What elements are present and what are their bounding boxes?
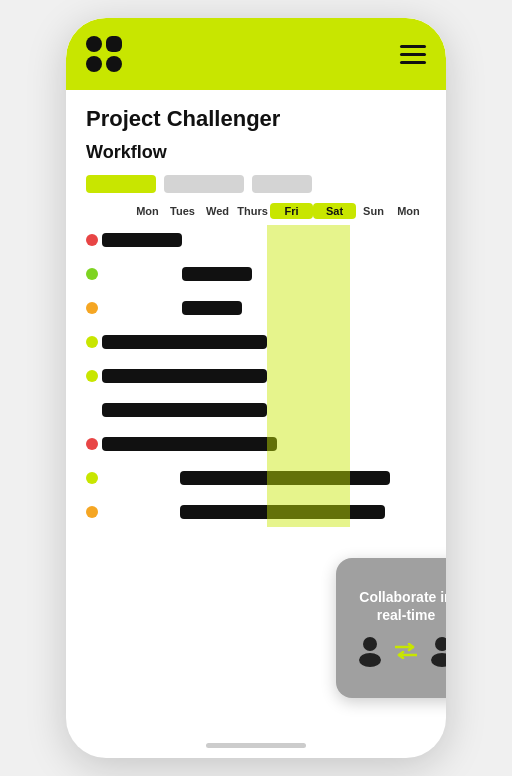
day-sat: Sat: [313, 203, 356, 219]
track-3: [102, 293, 426, 323]
main-content: Project Challenger Workflow Mon Tues Wed…: [66, 90, 446, 527]
gantt-chart: Mon Tues Wed Thurs Fri Sat Sun Mon: [86, 203, 426, 527]
project-title: Project Challenger: [86, 106, 426, 132]
section-title: Workflow: [86, 142, 426, 163]
svg-point-4: [435, 637, 446, 651]
phone-frame: Project Challenger Workflow Mon Tues Wed…: [66, 18, 446, 758]
track-1: [102, 225, 426, 255]
track-2: [102, 259, 426, 289]
dot-5: [86, 370, 98, 382]
collab-title: Collaborate in real-time: [346, 588, 446, 624]
menu-button[interactable]: [400, 45, 426, 64]
dot-4: [86, 336, 98, 348]
gantt-row-1: [86, 225, 426, 255]
gantt-row-7: [86, 429, 426, 459]
track-8: [102, 463, 426, 493]
gantt-row-4: [86, 327, 426, 357]
collaborate-card: Collaborate in real-time: [336, 558, 446, 698]
dot-2: [86, 268, 98, 280]
task-bar-6: [102, 403, 267, 417]
gantt-header: Mon Tues Wed Thurs Fri Sat Sun Mon: [86, 203, 426, 219]
svg-point-1: [359, 653, 381, 667]
day-wed: Wed: [200, 205, 235, 217]
task-bar-2: [182, 267, 252, 281]
filter-pill-1[interactable]: [86, 175, 156, 193]
day-mon2: Mon: [391, 205, 426, 217]
gantt-track-area: [86, 225, 426, 527]
dot-8: [86, 472, 98, 484]
gantt-row-8: [86, 463, 426, 493]
arrows-icon: [395, 643, 417, 659]
filter-pill-3[interactable]: [252, 175, 312, 193]
filter-row: [86, 175, 426, 193]
app-logo: [86, 36, 122, 72]
day-thurs: Thurs: [235, 205, 270, 217]
track-6: [102, 395, 426, 425]
dot-9: [86, 506, 98, 518]
filter-pill-2[interactable]: [164, 175, 244, 193]
top-bar: [66, 18, 446, 90]
svg-point-5: [431, 653, 446, 667]
dot-7: [86, 438, 98, 450]
day-mon1: Mon: [130, 205, 165, 217]
track-4: [102, 327, 426, 357]
gantt-row-2: [86, 259, 426, 289]
task-bar-1: [102, 233, 182, 247]
day-fri: Fri: [270, 203, 313, 219]
collab-icons-row: [353, 634, 446, 668]
task-bar-8: [180, 471, 390, 485]
gantt-row-5: [86, 361, 426, 391]
gantt-row-3: [86, 293, 426, 323]
track-5: [102, 361, 426, 391]
dot-1: [86, 234, 98, 246]
person-right-icon: [425, 634, 446, 668]
track-9: [102, 497, 426, 527]
home-indicator: [206, 743, 306, 748]
svg-point-0: [363, 637, 377, 651]
day-sun: Sun: [356, 205, 391, 217]
person-left-icon: [353, 634, 387, 668]
task-bar-7: [102, 437, 277, 451]
dot-6: [86, 404, 98, 416]
task-bar-9: [180, 505, 385, 519]
gantt-row-9: [86, 497, 426, 527]
day-tues: Tues: [165, 205, 200, 217]
dot-3: [86, 302, 98, 314]
task-bar-3: [182, 301, 242, 315]
task-bar-4: [102, 335, 267, 349]
track-7: [102, 429, 426, 459]
task-bar-5: [102, 369, 267, 383]
gantt-row-6: [86, 395, 426, 425]
